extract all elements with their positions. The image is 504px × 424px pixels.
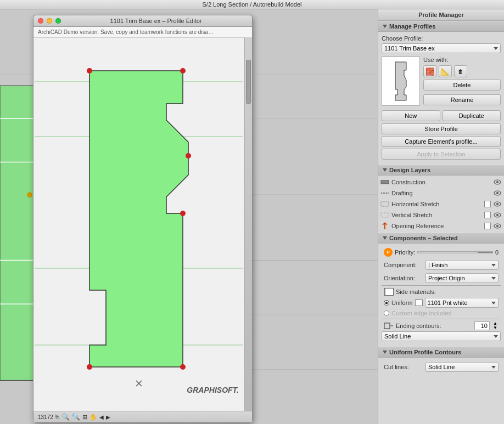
- opening-reference-name: Opening Reference: [391, 223, 482, 229]
- zoom-in-icon[interactable]: 🔍: [61, 413, 70, 421]
- vertical-scrollbar[interactable]: [244, 38, 252, 411]
- stepper-down[interactable]: ▼: [492, 326, 499, 330]
- rename-button[interactable]: Rename: [423, 94, 501, 105]
- orientation-label: Orientation:: [384, 275, 423, 281]
- orientation-dropdown[interactable]: Project Origin: [425, 273, 499, 283]
- vertical-stretch-checkbox[interactable]: [484, 212, 491, 218]
- close-button[interactable]: [38, 18, 43, 24]
- svg-rect-32: [381, 180, 389, 184]
- apply-to-selection-button[interactable]: Apply to Selection: [382, 149, 501, 160]
- eye-svg-4: [493, 212, 502, 218]
- app-title: S/2 Long Section / Autorebuild Model: [202, 1, 301, 8]
- cut-lines-dropdown-arrow: [491, 366, 496, 369]
- opening-ref-icon: [380, 222, 389, 230]
- pan-icon[interactable]: ✋: [89, 414, 97, 421]
- svg-point-34: [496, 181, 499, 183]
- uniform-radio[interactable]: [384, 300, 389, 306]
- layer-row-drafting: Drafting: [378, 188, 504, 199]
- components-header: Components – Selected: [378, 233, 504, 244]
- drafting-layer-name: Drafting: [391, 190, 491, 196]
- drafting-eye-icon[interactable]: [493, 190, 502, 196]
- collapse-icon: [383, 25, 387, 28]
- eye-svg-5: [493, 223, 502, 229]
- component-label: Component:: [384, 262, 423, 268]
- duplicate-button[interactable]: Duplicate: [443, 110, 501, 121]
- component-row: Component: | Finish: [382, 259, 501, 271]
- vert-stretch-eye-icon[interactable]: [493, 212, 502, 218]
- priority-slider[interactable]: [417, 251, 493, 253]
- priority-icon: P: [384, 248, 393, 257]
- orientation-dropdown-arrow: [491, 277, 496, 280]
- use-with-area: Use with: 🧱 📐 🗑 Delete Rename: [423, 56, 501, 107]
- opening-ref-eye-icon[interactable]: [493, 223, 502, 229]
- svg-point-7: [27, 192, 32, 197]
- profile-canvas[interactable]: GRAPHISOFT.: [33, 38, 244, 411]
- design-layers-collapse-icon: [383, 168, 387, 172]
- solid-line-dropdown-1[interactable]: Solid Line: [382, 331, 501, 341]
- svg-rect-49: [384, 323, 390, 329]
- ending-contours-value[interactable]: [474, 321, 490, 330]
- beam-icon-btn[interactable]: 📐: [439, 65, 452, 77]
- horizontal-stretch-checkbox[interactable]: [484, 201, 491, 207]
- profile-manager-panel: Profile Manager Manage Profiles Choose P…: [378, 9, 504, 424]
- icon-row: 🧱 📐 🗑: [423, 65, 501, 77]
- drafting-layer-icon: [380, 189, 389, 197]
- ending-contours-stepper[interactable]: ▲ ▼: [492, 321, 499, 330]
- component-dropdown-arrow: [491, 264, 496, 267]
- delete-use-btn[interactable]: 🗑: [454, 65, 467, 77]
- layer-row-opening-reference: Opening Reference: [378, 221, 504, 231]
- opening-reference-checkbox[interactable]: [484, 223, 491, 229]
- svg-point-25: [186, 153, 191, 159]
- uniform-profile-contours-label: Uniform Profile Contours: [389, 349, 461, 355]
- side-materials-label: Side materials:: [396, 289, 436, 295]
- orientation-value: Project Origin: [428, 275, 465, 281]
- svg-point-28: [87, 364, 92, 370]
- profile-editor-window: 1101 Trim Base ex – Profile Editor Archi…: [33, 15, 253, 423]
- uniform-contours-collapse-icon: [383, 350, 387, 354]
- window-titlebar: 1101 Trim Base ex – Profile Editor: [33, 15, 252, 27]
- fit-icon[interactable]: ⊞: [82, 414, 87, 421]
- horiz-stretch-eye-icon[interactable]: [493, 201, 502, 207]
- svg-point-24: [180, 68, 186, 74]
- material-color-swatch: [415, 299, 423, 306]
- use-with-label: Use with:: [423, 56, 501, 63]
- new-button[interactable]: New: [382, 110, 440, 121]
- wall-icon-btn[interactable]: 🧱: [423, 65, 436, 77]
- construction-layer-icon: [380, 178, 389, 186]
- window-statusbar: 13172 % 🔍 🔎 ⊞ ✋ ◀ ▶: [33, 411, 252, 422]
- svg-point-23: [87, 68, 92, 74]
- construction-eye-icon[interactable]: [493, 179, 502, 185]
- manage-profiles-header: Manage Profiles: [378, 21, 504, 32]
- zoom-button[interactable]: [55, 18, 61, 24]
- panel-title: Profile Manager: [378, 9, 504, 21]
- svg-point-43: [496, 214, 499, 216]
- scroll-left-icon[interactable]: ◀: [99, 414, 104, 420]
- ending-contours-row: Ending contours: ▲ ▼: [382, 320, 501, 331]
- delete-button[interactable]: Delete: [423, 80, 501, 91]
- cut-lines-row: Cut lines: Solid Line: [382, 361, 501, 373]
- priority-label: Priority:: [395, 249, 415, 256]
- app-title-bar: S/2 Long Section / Autorebuild Model: [0, 0, 504, 9]
- horizontal-stretch-name: Horizontal Stretch: [391, 201, 482, 207]
- uniform-profile-contours-section: Cut lines: Solid Line: [378, 358, 504, 377]
- zoom-out-icon[interactable]: 🔎: [72, 413, 80, 421]
- choose-profile-label: Choose Profile:: [382, 35, 501, 42]
- profile-dropdown-arrow: [494, 47, 498, 50]
- minimize-button[interactable]: [47, 18, 52, 24]
- material-dropdown[interactable]: 1101 Pnt white: [425, 298, 499, 308]
- component-dropdown[interactable]: | Finish: [425, 260, 499, 270]
- profile-preview-svg: [384, 59, 417, 103]
- drawing-area: 1101 Trim Base ex – Profile Editor Archi…: [0, 9, 378, 424]
- cut-lines-dropdown[interactable]: Solid Line: [425, 362, 499, 372]
- opening-ref-svg: [380, 222, 389, 230]
- profile-dropdown-value: 1101 Trim Base ex: [384, 45, 435, 52]
- graphisoft-logo: GRAPHISOFT.: [187, 386, 239, 394]
- store-profile-button[interactable]: Store Profile: [382, 123, 501, 134]
- scrollbar-thumb[interactable]: [246, 60, 251, 104]
- profile-dropdown[interactable]: 1101 Trim Base ex: [382, 43, 501, 53]
- component-value: | Finish: [428, 262, 447, 268]
- design-layers-label: Design Layers: [389, 167, 430, 173]
- capture-element-button[interactable]: Capture Element's profile...: [382, 136, 501, 147]
- custom-edge-radio[interactable]: [384, 310, 389, 316]
- scroll-right-icon[interactable]: ▶: [106, 414, 110, 420]
